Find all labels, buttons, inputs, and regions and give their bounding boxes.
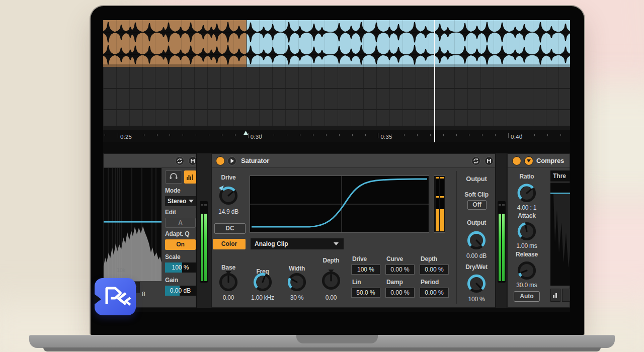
eq-scale-label: Scale <box>165 253 180 260</box>
device-on-led[interactable] <box>512 156 521 165</box>
sat-depth-value[interactable]: 0.00 <box>316 294 346 301</box>
sat-field-lin[interactable]: 50.0 % <box>351 288 380 298</box>
sat-field-depth[interactable]: 0.00 % <box>420 265 449 275</box>
timeline-tick <box>560 134 561 136</box>
comp-threshold-tab[interactable]: Thre <box>550 170 570 182</box>
comp-auto-button[interactable]: Auto <box>514 291 540 302</box>
sat-drywet-knob[interactable] <box>465 273 488 295</box>
sat-base-label: Base <box>213 264 244 271</box>
sat-drive-value[interactable]: 14.9 dB <box>213 208 244 215</box>
device-compressor: Compres Ratio 4.00 : 1 Attack 1.00 ms Re… <box>507 153 570 308</box>
sat-output-meter <box>434 175 445 233</box>
track-lanes[interactable] <box>103 67 570 130</box>
sat-width-value[interactable]: 30 % <box>282 294 312 301</box>
sat-width-knob[interactable] <box>286 271 308 293</box>
sat-field-depth-label: Depth <box>421 255 437 262</box>
sat-dc-button[interactable]: DC <box>214 223 246 234</box>
comp-view-button-2[interactable] <box>562 289 570 302</box>
comp-release-knob[interactable] <box>516 259 538 282</box>
audio-clips[interactable] <box>103 20 570 67</box>
sat-base-value[interactable]: 0.00 <box>213 294 244 301</box>
sat-field-drive[interactable]: 100 % <box>351 265 380 275</box>
comp-release-label: Release <box>512 251 542 258</box>
sat-field-damp-value: 0.00 % <box>390 289 409 296</box>
eq-adaptq-button[interactable]: On <box>165 239 196 250</box>
laptop-frame: 0:250:300:350:40 <box>90 5 585 335</box>
eq-mode-select[interactable]: Stereo <box>165 196 196 206</box>
timeline-tick <box>222 134 222 136</box>
sat-output-value[interactable]: 0.00 dB <box>459 252 494 259</box>
timeline-tick <box>326 134 327 136</box>
fold-icon[interactable] <box>524 156 533 165</box>
timeline-tick <box>118 133 118 138</box>
comp-ratio-knob[interactable] <box>516 182 538 204</box>
eq-edit-button[interactable]: A <box>165 218 196 228</box>
sat-freq-knob[interactable] <box>252 271 274 293</box>
sat-field-curve[interactable]: 0.00 % <box>385 265 415 275</box>
loop-marker-icon[interactable] <box>244 131 248 135</box>
timeline-tick <box>196 134 196 136</box>
sat-field-lin-value: 50.0 % <box>356 289 375 296</box>
sat-depth-knob[interactable] <box>320 270 342 292</box>
sat-drywet-value[interactable]: 100 % <box>459 296 494 303</box>
sat-field-curve-label: Curve <box>386 255 403 262</box>
eq-analyze-button[interactable] <box>184 170 196 184</box>
laptop-base-notch <box>296 335 378 343</box>
sat-drive-knob[interactable] <box>217 185 239 207</box>
sat-drive-label: Drive <box>213 174 244 181</box>
sat-field-period-value: 0.00 % <box>425 289 443 296</box>
timeline-tick <box>495 134 496 136</box>
sat-field-depth-value: 0.00 % <box>425 266 443 273</box>
sat-output-section-label: Output <box>459 175 494 183</box>
sat-softclip-value: Off <box>472 201 481 208</box>
eq-headphone-button[interactable] <box>165 170 182 184</box>
eq-adaptq-label: Adapt. Q <box>165 230 189 237</box>
eq-scale-field[interactable]: 100 % <box>165 262 196 273</box>
sat-base-knob[interactable] <box>217 271 239 293</box>
meter-bar <box>204 214 207 281</box>
comp-attack-knob[interactable] <box>516 220 538 242</box>
eq-edit-label: Edit <box>165 209 176 216</box>
save-preset-icon[interactable] <box>485 156 494 165</box>
sat-freq-value[interactable]: 1.00 kHz <box>248 294 278 301</box>
comp-auto-label: Auto <box>520 293 533 300</box>
timeline-tick <box>378 133 378 138</box>
sat-output-knob[interactable] <box>465 229 488 251</box>
timeline-ruler[interactable]: 0:250:300:350:40 <box>103 130 570 142</box>
sat-color-button[interactable]: Color <box>213 239 246 249</box>
timeline-tick <box>482 134 482 136</box>
timeline-tick <box>339 134 340 136</box>
timeline-tick <box>508 133 509 138</box>
timeline-tick <box>547 134 548 136</box>
scene: { "timeline": { "labels": ["0:25", "0:30… <box>0 0 644 352</box>
sat-field-damp[interactable]: 0.00 % <box>385 288 415 298</box>
comp-release-value[interactable]: 30.0 ms <box>512 282 542 289</box>
timeline-label: 0:35 <box>380 134 392 140</box>
timeline-tick <box>209 134 209 136</box>
sat-softclip-button[interactable]: Off <box>467 200 487 210</box>
device-on-led[interactable] <box>216 156 225 165</box>
playhead <box>434 20 435 142</box>
sat-shape-select[interactable]: Analog Clip <box>251 238 344 249</box>
comp-attack-value[interactable]: 1.00 ms <box>512 242 542 249</box>
sat-field-damp-label: Damp <box>386 279 403 286</box>
eq-gain-field[interactable]: 0.00 dB <box>165 286 196 296</box>
comp-ratio-label: Ratio <box>512 173 542 180</box>
comp-view-button[interactable] <box>550 289 560 302</box>
chain-meter-1 <box>196 153 211 308</box>
timeline-tick <box>300 134 300 136</box>
timeline-tick <box>105 134 105 136</box>
hot-swap-icon[interactable] <box>471 156 480 165</box>
compressor-header: Compres <box>508 154 570 168</box>
timeline-tick <box>157 134 157 136</box>
sat-shaper-display <box>250 175 429 233</box>
timeline-tick <box>170 134 170 136</box>
sat-field-period[interactable]: 0.00 % <box>420 288 449 298</box>
unfold-icon[interactable] <box>227 156 236 165</box>
compressor-title[interactable]: Compres <box>536 157 564 164</box>
timeline-tick <box>313 134 313 136</box>
sat-depth-label: Depth <box>316 257 346 264</box>
saturator-title[interactable]: Saturator <box>241 157 269 164</box>
comp-ratio-value[interactable]: 4.00 : 1 <box>512 204 542 211</box>
eq-adaptq-value: On <box>176 241 185 248</box>
